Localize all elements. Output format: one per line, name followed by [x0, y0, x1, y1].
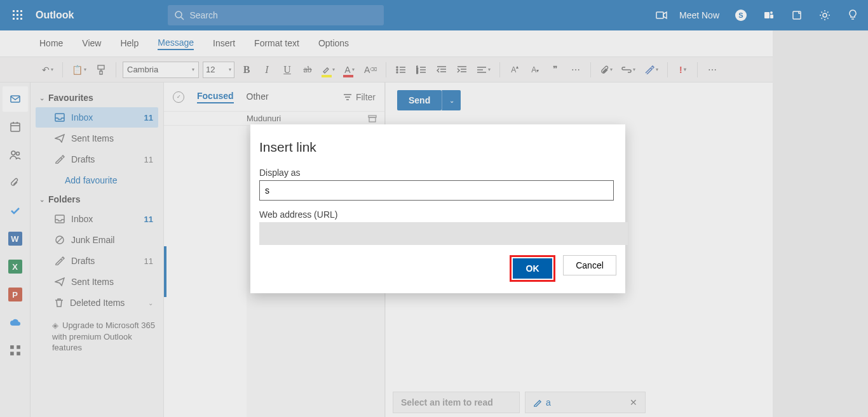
- url-label: Web address (URL): [259, 209, 616, 220]
- display-as-input[interactable]: [259, 180, 614, 201]
- ok-highlight: OK: [510, 255, 555, 282]
- insert-link-dialog: Insert link Display as Web address (URL)…: [250, 124, 625, 293]
- display-as-label: Display as: [259, 168, 616, 178]
- cancel-button[interactable]: Cancel: [563, 255, 616, 275]
- ok-button[interactable]: OK: [513, 258, 552, 279]
- url-input[interactable]: [259, 222, 628, 245]
- dialog-title: Insert link: [259, 140, 616, 155]
